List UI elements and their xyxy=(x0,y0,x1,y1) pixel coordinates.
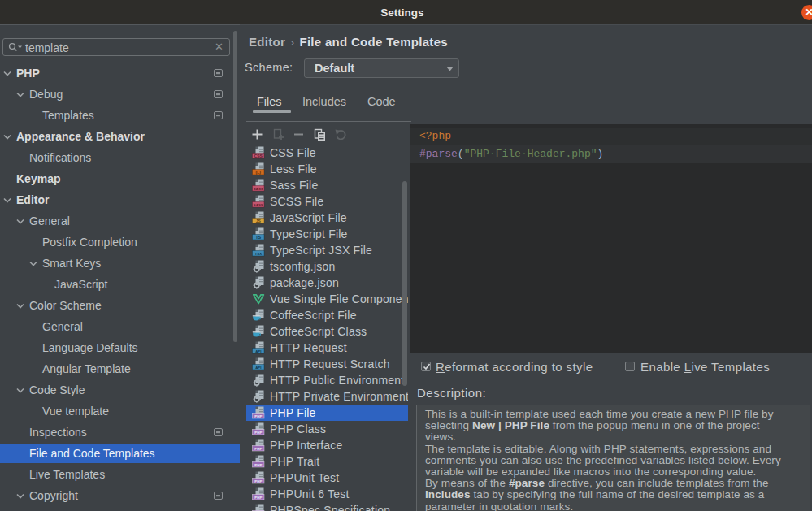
svg-text:PHP: PHP xyxy=(254,463,262,467)
svg-text:PHP: PHP xyxy=(254,447,262,451)
svg-text:JS: JS xyxy=(256,219,262,223)
svg-text:(L): (L) xyxy=(256,170,262,175)
svg-text:CSS: CSS xyxy=(254,154,263,158)
svg-text:SASS: SASS xyxy=(254,203,263,207)
svg-text:SASS: SASS xyxy=(254,187,263,191)
svg-text:API: API xyxy=(255,366,261,370)
svg-text:PHP: PHP xyxy=(254,431,262,435)
svg-text:API: API xyxy=(255,349,261,353)
svg-text:PHP: PHP xyxy=(254,414,262,418)
svg-text:PHP: PHP xyxy=(254,479,262,483)
svg-text:TSX: TSX xyxy=(255,252,263,256)
svg-text:PHP: PHP xyxy=(254,496,262,500)
svg-text:TS: TS xyxy=(256,235,262,240)
